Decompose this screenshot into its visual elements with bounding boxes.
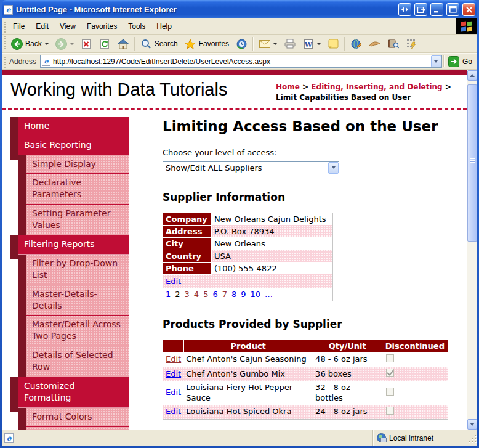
sidebar-item-simple-display[interactable]: Simple Display <box>18 155 129 174</box>
pager-page-link[interactable]: 6 <box>212 290 217 299</box>
sidebar-item-label[interactable]: Master-Details-Details <box>26 285 129 316</box>
pager-page-link[interactable]: 10 <box>251 290 261 299</box>
minimize-button[interactable] <box>430 3 443 16</box>
menu-file[interactable]: File <box>7 20 30 33</box>
hand-tool-button[interactable] <box>366 37 384 51</box>
toolbar-drag-handle[interactable] <box>2 36 7 51</box>
history-button[interactable] <box>233 37 251 51</box>
scroll-up-button[interactable] <box>467 70 477 81</box>
main-content: Limiting Access Based on the User Choose… <box>129 117 467 430</box>
menubar-drag-handle[interactable] <box>2 20 7 33</box>
pager-page-link[interactable]: 5 <box>203 290 208 299</box>
product-edit-link[interactable]: Edit <box>166 369 181 378</box>
messenger-grid-icon <box>406 38 417 50</box>
address-url[interactable]: http://localhost:1297/Code/EditInsertDel… <box>53 57 431 66</box>
sidebar-item-filtering-reports[interactable]: Filtering Reports <box>10 235 129 255</box>
scrollbar-thumb[interactable] <box>467 84 477 242</box>
go-button[interactable]: Go <box>446 55 476 68</box>
globe-edit-button[interactable] <box>347 37 365 51</box>
mail-dropdown-icon[interactable] <box>273 43 277 45</box>
sidebar-item-label[interactable]: Custom Content in a GridView <box>26 427 129 430</box>
edit-with-word-button[interactable]: W <box>299 37 324 51</box>
refresh-button[interactable] <box>96 37 114 51</box>
mail-button[interactable] <box>256 37 280 51</box>
discontinued-checkbox[interactable] <box>386 354 394 362</box>
sidebar-item-label[interactable]: Format Colors <box>26 408 129 427</box>
forward-button[interactable] <box>52 37 77 51</box>
search-button[interactable]: Search <box>137 37 181 51</box>
menu-help[interactable]: Help <box>151 20 177 33</box>
sidebar-item-basic-reporting[interactable]: Basic Reporting <box>10 136 129 155</box>
sidebar-item-format-colors[interactable]: Format Colors <box>18 408 129 427</box>
stop-button[interactable] <box>78 37 95 51</box>
scroll-down-button[interactable] <box>467 419 477 430</box>
discontinued-checkbox[interactable] <box>386 388 394 396</box>
sidebar-item-master-details-details[interactable]: Master-Details-Details <box>18 285 129 316</box>
addressbar-drag-handle[interactable] <box>2 55 7 68</box>
favorites-button[interactable]: Favorites <box>182 37 232 51</box>
sidebar-item-customized-formatting[interactable]: Customized Formatting <box>10 377 129 408</box>
close-button[interactable] <box>462 3 475 16</box>
pager-page-link[interactable]: 3 <box>185 290 190 299</box>
back-button[interactable]: Back <box>8 37 52 51</box>
resize-grip[interactable] <box>467 434 476 442</box>
product-edit-link[interactable]: Edit <box>166 388 181 397</box>
sidebar-item-label[interactable]: Customized Formatting <box>18 377 129 408</box>
pager-page-link[interactable]: 1 <box>166 290 171 299</box>
pan-left-right-button[interactable] <box>398 3 411 16</box>
breadcrumb-link-section[interactable]: Editing, Inserting, and Deleting <box>311 83 442 91</box>
sidebar-item-label[interactable]: Master/Detail Across Two Pages <box>26 316 129 346</box>
product-edit-link[interactable]: Edit <box>166 354 181 364</box>
sidebar-item-label[interactable]: Filtering Reports <box>18 235 129 255</box>
breadcrumb-link-home[interactable]: Home <box>276 83 300 91</box>
vertical-scrollbar[interactable] <box>467 70 477 430</box>
product-name: Louisiana Fiery Hot Pepper Sauce <box>183 381 313 405</box>
address-dropdown-button[interactable] <box>431 55 441 67</box>
back-dropdown-icon[interactable] <box>45 43 49 45</box>
discontinued-checkbox[interactable] <box>386 407 394 415</box>
sidebar-item-filter-by-drop-down-list[interactable]: Filter by Drop-Down List <box>18 255 129 285</box>
pager-page-link[interactable]: … <box>265 290 273 299</box>
sidebar-item-label[interactable]: Details of Selected Row <box>26 346 129 377</box>
menu-tools[interactable]: Tools <box>123 20 151 33</box>
menu-items: FileEditViewFavoritesToolsHelp <box>7 20 177 33</box>
title-bar[interactable]: e Untitled Page - Microsoft Internet Exp… <box>2 0 477 18</box>
discuss-button[interactable] <box>324 37 342 51</box>
site-title: Working with Data Tutorials <box>10 79 227 100</box>
research-book-button[interactable] <box>384 37 402 51</box>
menu-favorites[interactable]: Favorites <box>81 20 123 33</box>
forward-dropdown-icon[interactable] <box>70 43 74 45</box>
sidebar-item-master-detail-across-two-pages[interactable]: Master/Detail Across Two Pages <box>18 316 129 346</box>
pager-page-link[interactable]: 8 <box>231 290 236 299</box>
supplier-edit-link[interactable]: Edit <box>166 277 181 286</box>
access-level-select[interactable]: Show/Edit ALL Suppliers <box>163 161 339 174</box>
messenger-grid-button[interactable] <box>403 37 421 51</box>
sidebar-item-setting-parameter-values[interactable]: Setting Parameter Values <box>18 205 129 235</box>
sidebar-item-custom-content-in-a-gridview[interactable]: Custom Content in a GridView <box>18 427 129 430</box>
nav-level-strip <box>18 255 26 285</box>
page-top-accent-bar <box>2 70 467 75</box>
sidebar-item-label[interactable]: Setting Parameter Values <box>26 205 129 235</box>
print-button[interactable] <box>281 37 299 51</box>
edit-word-dropdown-icon[interactable] <box>317 43 321 45</box>
menu-view[interactable]: View <box>54 20 81 33</box>
sidebar-item-label[interactable]: Simple Display <box>26 155 129 174</box>
sidebar-item-home[interactable]: Home <box>10 117 129 136</box>
pager-page-link[interactable]: 7 <box>222 290 227 299</box>
sidebar-item-details-of-selected-row[interactable]: Details of Selected Row <box>18 346 129 377</box>
select-dropdown-icon[interactable] <box>328 162 339 174</box>
home-button[interactable] <box>115 37 132 51</box>
sidebar-item-label[interactable]: Home <box>18 117 129 136</box>
pager-page-link[interactable]: 9 <box>241 290 246 299</box>
address-input[interactable]: e http://localhost:1297/Code/EditInsertD… <box>40 55 442 68</box>
detach-window-button[interactable] <box>414 3 427 16</box>
maximize-button[interactable] <box>446 3 459 16</box>
product-edit-link[interactable]: Edit <box>166 407 181 416</box>
menu-edit[interactable]: Edit <box>30 20 54 33</box>
sidebar-item-label[interactable]: Basic Reporting <box>18 136 129 155</box>
sidebar-item-declarative-parameters[interactable]: Declarative Parameters <box>18 174 129 205</box>
discontinued-checkbox[interactable] <box>386 369 394 377</box>
sidebar-item-label[interactable]: Filter by Drop-Down List <box>26 255 129 285</box>
pager-page-link[interactable]: 4 <box>194 290 199 299</box>
sidebar-item-label[interactable]: Declarative Parameters <box>26 174 129 205</box>
